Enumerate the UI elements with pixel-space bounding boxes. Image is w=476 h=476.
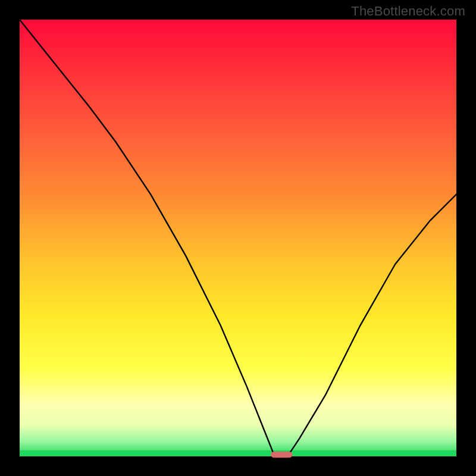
baseline-strip [20, 450, 456, 456]
bottleneck-chart [0, 0, 476, 476]
chart-frame: TheBottleneck.com [0, 0, 476, 476]
optimal-marker [271, 452, 293, 458]
watermark-text: TheBottleneck.com [351, 4, 465, 19]
gradient-background [20, 20, 456, 456]
